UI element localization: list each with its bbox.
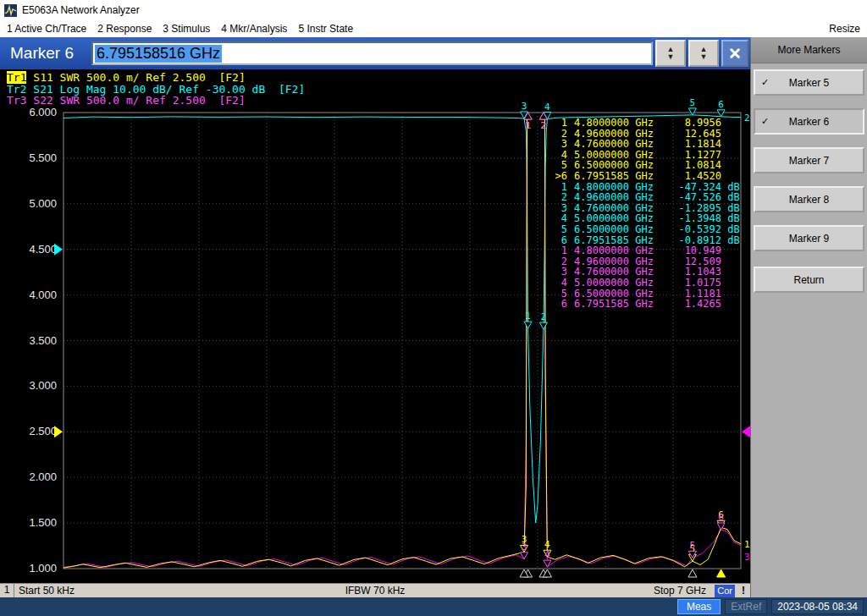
softkey-label: Marker 5 [789,77,829,89]
marker-number-label: 4 [544,549,550,560]
marker-number-label: 1 [525,311,531,322]
trace-legend: Tr1 S11 SWR 500.0 m/ Ref 2.500 [F2]Tr2 S… [7,72,305,107]
measurement-status-badge: Meas [677,599,721,614]
app-icon [4,4,17,17]
channel-number: 1 [0,584,14,597]
external-reference-status: ExtRef [725,599,767,614]
stimulus-marker-5-icon[interactable] [688,569,697,577]
marker-number-label: 1 [525,120,531,131]
menu-items: 1 Active Ch/Trace2 Response3 Stimulus4 M… [7,23,353,35]
marker-number-label: 4 [544,102,550,113]
marker-readout-tr2-m2: 24.9600000 GHz-47.526 dB [552,192,742,203]
application-window: E5063A Network Analyzer 1 Active Ch/Trac… [0,0,867,616]
y-axis-tick: 3.500 [29,334,57,347]
marker-readout-tr3-m1: 14.8000000 GHz10.949 [552,245,742,256]
marker-readout-tr3-m6: 66.7951585 GHz1.4265 [552,299,742,310]
warning-indicator: ! [742,585,745,597]
marker-1-tr2-icon[interactable] [524,322,532,328]
date-time: 2023-08-05 08:34 [771,599,864,614]
marker-5-tr2-icon[interactable] [688,108,696,115]
trace-id-badge: Tr3 [7,94,26,107]
marker-readout-tr1-m3: 34.7600000 GHz1.1814 [552,139,742,150]
softkey-label: Marker 9 [789,233,829,245]
resize-control[interactable]: Resize [829,23,860,35]
ref-level-indicator-tr2 [54,244,63,256]
menu-item-response[interactable]: 2 Response [97,23,152,35]
softkey-menu-title: More Markers [751,37,867,63]
marker-readout-tr1-m6: >66.7951585 GHz1.4520 [552,171,742,182]
step-spinner-fine[interactable]: ▲▼ [688,40,719,67]
trace-legend-tr2[interactable]: Tr2 S21 Log Mag 10.00 dB/ Ref -30.00 dB … [7,84,305,96]
close-icon: ✕ [728,44,742,63]
marker-frequency-input[interactable]: 6.795158516 GHz [91,41,653,65]
marker-6-tr2-icon[interactable] [717,110,725,117]
marker-number-label: 2 [541,120,547,131]
softkey-marker-6[interactable]: ✓Marker 6 [754,108,864,135]
correction-status-badge: Cor [715,585,735,597]
softkey-marker-8[interactable]: Marker 8 [754,186,864,212]
check-icon: ✓ [761,77,769,88]
sweep-start-label: Start 50 kHz [19,585,75,597]
marker-readout-table: 14.8000000 GHz8.995624.9600000 GHz12.645… [552,118,742,310]
y-axis-tick: 5.500 [29,151,57,164]
marker-readout-tr1-m1: 14.8000000 GHz8.9956 [552,118,742,129]
content-row: Marker 6 6.795158516 GHz ▲▼ ▲▼ ✕ Tr1 S11… [0,37,867,597]
marker-number-label: 3 [522,101,527,112]
softkey-marker-9[interactable]: Marker 9 [754,225,864,251]
step-spinner-coarse[interactable]: ▲▼ [655,40,686,67]
close-entry-button[interactable]: ✕ [721,40,748,67]
menu-item-active-ch-trace[interactable]: 1 Active Ch/Trace [7,23,86,35]
plot-area: Tr1 S11 SWR 500.0 m/ Ref 2.500 [F2]Tr2 S… [0,69,750,583]
softkey-marker-7[interactable]: Marker 7 [754,147,864,173]
trace-legend-tr3[interactable]: Tr3 S22 SWR 500.0 m/ Ref 2.500 [F2] [7,95,305,107]
marker-readout-tr2-m5: 56.5000000 GHz-0.5392 dB [552,224,742,235]
softkey-buttons: ✓Marker 5✓Marker 6Marker 7Marker 8Marker… [751,63,867,251]
marker-2-tr2-icon[interactable] [539,322,547,329]
marker-6-tr3-icon[interactable] [717,523,725,530]
sweep-stop-label: Stop 7 GHz [654,585,706,597]
down-arrow-icon: ▼ [667,53,675,61]
y-axis-tick: 5.000 [29,197,57,210]
marker-number-label: 2 [541,311,547,322]
trace-status-label: [F2] [213,94,246,107]
marker-number-label: 3 [522,542,527,553]
channel-status-strip: 1 Start 50 kHz IFBW 70 kHz Stop 7 GHz Co… [0,583,750,597]
y-axis-tick: 3.000 [29,379,57,392]
stimulus-marker-6-icon[interactable] [717,569,726,577]
marker-frequency-value: 6.795158516 GHz [95,45,222,63]
softkey-label: Marker 8 [789,194,829,206]
trace-format-label: S22 SWR 500.0 m/ Ref 2.500 [26,94,212,107]
marker-number-label: 6 [718,512,724,523]
marker-entry-bar: Marker 6 6.795158516 GHz ▲▼ ▲▼ ✕ [0,37,750,69]
y-axis-tick: 4.500 [29,243,57,256]
title-bar: E5063A Network Analyzer [0,0,867,20]
softkey-label: Marker 6 [789,116,829,128]
y-axis-tick: 2.500 [29,425,57,437]
y-axis-tick: 4.000 [29,289,57,301]
trace-legend-tr1[interactable]: Tr1 S11 SWR 500.0 m/ Ref 2.500 [F2] [7,72,305,84]
trace-number-label: 2 [744,113,750,124]
menu-item-instr-state[interactable]: 5 Instr State [298,23,353,35]
marker-number-label: 6 [718,99,724,110]
menu-item-stimulus[interactable]: 3 Stimulus [163,23,210,35]
channel-window: Marker 6 6.795158516 GHz ▲▼ ▲▼ ✕ Tr1 S11… [0,37,750,597]
instrument-status-bar: Meas ExtRef 2023-08-05 08:34 [0,597,867,616]
trace-number-label: 1 [744,539,750,550]
y-axis-tick: 2.000 [29,470,57,483]
softkey-marker-5[interactable]: ✓Marker 5 [754,69,864,96]
menu-bar: 1 Active Ch/Trace2 Response3 Stimulus4 M… [0,20,867,37]
marker-number-label: 5 [690,97,696,108]
menu-item-mkr-analysis[interactable]: 4 Mkr/Analysis [221,23,287,35]
trace-status-label: [F2] [272,83,305,96]
softkey-label: Marker 7 [789,155,829,167]
ref-level-indicator-tr3 [742,426,750,437]
y-axis-tick: 6.000 [29,106,57,118]
return-button[interactable]: Return [754,267,864,293]
check-icon: ✓ [761,116,769,127]
y-axis-tick: 1.000 [29,562,57,575]
y-axis-tick: 1.500 [29,516,57,529]
marker-4-tr3-icon[interactable] [544,560,551,567]
marker-readout-tr3-m4: 45.0000000 GHz1.0175 [552,278,742,289]
marker-entry-label: Marker 6 [10,44,89,63]
window-title: E5063A Network Analyzer [22,4,140,16]
